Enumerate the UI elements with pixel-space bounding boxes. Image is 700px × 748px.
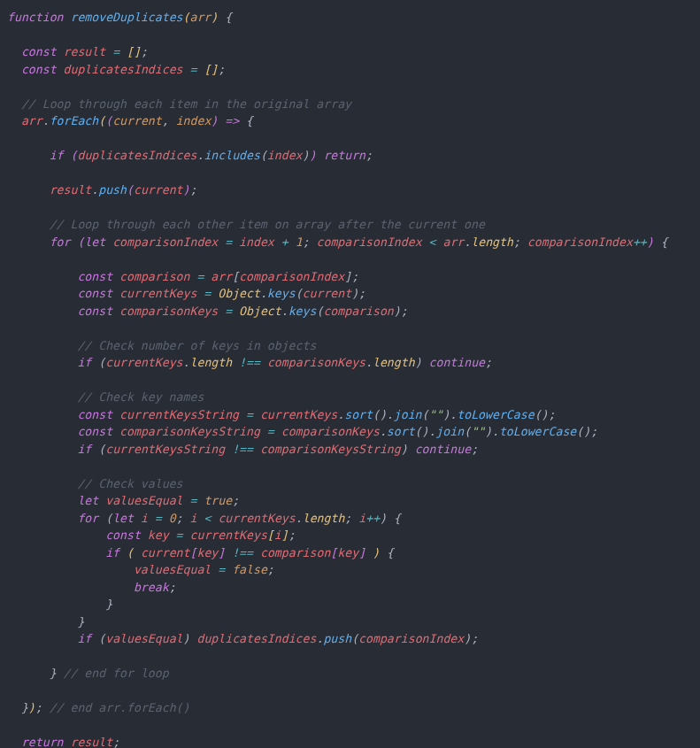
keyword-let: let (112, 512, 134, 525)
prop-length: length (471, 235, 513, 249)
var-result: result (64, 45, 106, 58)
num-one: 1 (296, 235, 303, 249)
comment: // end arr.forEach() (50, 701, 190, 714)
fn-keys: keys (288, 305, 317, 318)
str-empty: "" (429, 408, 443, 421)
bool-true: true (204, 494, 232, 507)
keyword-const: const (77, 287, 112, 300)
var-index: index (239, 235, 274, 249)
op-eq: = (196, 270, 204, 283)
var-result: result (70, 736, 112, 748)
var-key: key (196, 546, 218, 559)
bool-false: false (232, 563, 267, 576)
var-i: i (358, 512, 365, 525)
comment: // Check key names (77, 390, 204, 404)
comment: // Check values (77, 477, 182, 490)
keyword-for: for (77, 512, 98, 525)
op-neq: !== (239, 356, 260, 369)
op-eq: = (218, 563, 225, 576)
op-eq: = (112, 45, 119, 58)
arrow: => (225, 114, 239, 127)
var-i: i (190, 512, 197, 525)
var-i: i (141, 512, 148, 525)
var-duplicatesIndices: duplicatesIndices (77, 149, 196, 162)
keyword-return: return (21, 736, 64, 748)
var-comparisonKeys: comparisonKeys (267, 356, 365, 369)
var-arr: arr (21, 114, 42, 127)
var-comparison: comparison (323, 305, 393, 318)
var-valuesEqual: valuesEqual (105, 632, 182, 645)
var-comparisonKeys: comparisonKeys (119, 305, 218, 318)
prop-length: length (190, 356, 233, 369)
param-index: index (176, 114, 212, 127)
op-eq: = (204, 287, 211, 300)
obj-Object: Object (218, 287, 260, 300)
fn-keys: keys (267, 287, 296, 300)
op-eq: = (189, 63, 196, 76)
op-inc: ++ (365, 512, 380, 525)
keyword-const: const (21, 45, 57, 58)
str-empty: "" (471, 425, 485, 438)
op-lt: < (204, 512, 212, 525)
keyword-if: if (77, 356, 91, 369)
fn-push: push (323, 632, 351, 645)
param-arr: arr (189, 11, 211, 24)
var-comparisonKeysString: comparisonKeysString (260, 443, 401, 456)
prop-length: length (303, 512, 345, 525)
keyword-const: const (105, 528, 141, 542)
prop-length: length (373, 356, 415, 369)
var-result: result (50, 183, 92, 197)
keyword-function: function (7, 11, 64, 24)
obj-Object: Object (239, 305, 281, 318)
empty-array: [] (204, 63, 218, 76)
var-comparisonIndex: comparisonIndex (527, 235, 633, 249)
var-index: index (267, 149, 303, 162)
comment: // Loop through each item in the origina… (21, 97, 351, 111)
empty-array: [] (127, 45, 141, 58)
op-eq: = (267, 425, 274, 438)
op-inc: ++ (633, 235, 647, 249)
op-eq: = (189, 494, 196, 507)
code-editor[interactable]: function removeDuplicates(arr) { const r… (0, 0, 700, 748)
var-current: current (141, 546, 190, 559)
comment: // end for loop (64, 667, 169, 680)
fn-join: join (435, 425, 464, 438)
var-currentKeys: currentKeys (190, 528, 267, 542)
keyword-continue: continue (429, 356, 486, 369)
keyword-if: if (50, 149, 64, 162)
keyword-return: return (323, 149, 365, 162)
fn-toLowerCase: toLowerCase (499, 425, 576, 438)
comment: // Check number of keys in objects (77, 339, 316, 352)
var-key: key (337, 546, 358, 559)
fn-includes: includes (204, 149, 260, 162)
var-duplicatesIndices: duplicatesIndices (196, 632, 316, 645)
keyword-const: const (77, 408, 112, 421)
op-eq: = (155, 512, 162, 525)
op-eq: = (225, 235, 232, 249)
fn-sort: sort (344, 408, 373, 421)
keyword-for: for (50, 235, 71, 249)
var-current: current (134, 183, 183, 197)
var-comparison: comparison (119, 270, 189, 283)
op-plus: + (281, 235, 288, 249)
keyword-const: const (77, 270, 112, 283)
var-currentKeys: currentKeys (218, 512, 295, 525)
var-current: current (303, 287, 352, 300)
keyword-const: const (77, 305, 112, 318)
var-comparisonIndex: comparisonIndex (239, 270, 344, 283)
var-key: key (148, 528, 169, 542)
var-valuesEqual: valuesEqual (105, 494, 182, 507)
keyword-let: let (84, 235, 105, 249)
fn-toLowerCase: toLowerCase (457, 408, 534, 421)
var-comparisonKeys: comparisonKeys (281, 425, 380, 438)
keyword-const: const (21, 63, 57, 76)
op-eq: = (176, 528, 183, 542)
param-current: current (112, 114, 162, 127)
keyword-let: let (77, 494, 98, 507)
var-comparisonKeysString: comparisonKeysString (119, 425, 260, 438)
var-comparisonIndex: comparisonIndex (358, 632, 464, 645)
var-arr: arr (442, 235, 464, 249)
var-valuesEqual: valuesEqual (134, 563, 211, 576)
keyword-if: if (105, 546, 119, 559)
var-currentKeys: currentKeys (260, 408, 337, 421)
